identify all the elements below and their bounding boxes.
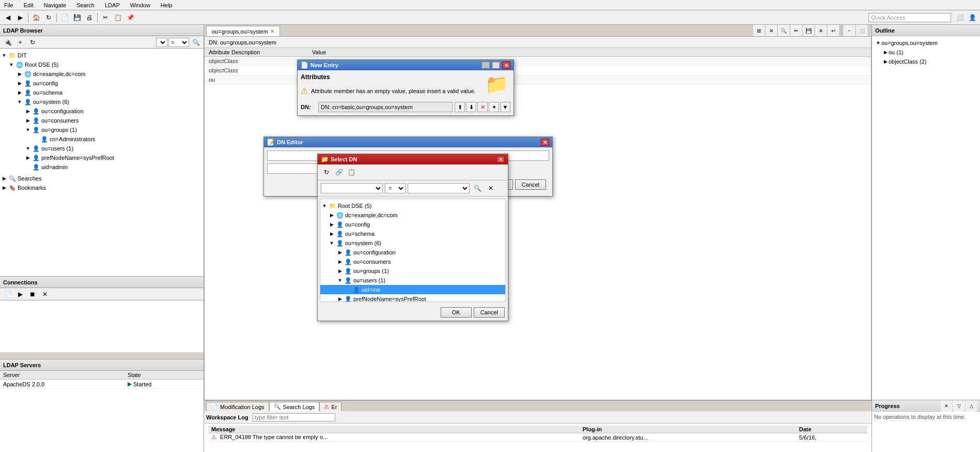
menu-ldap[interactable]: LDAP [103,1,122,9]
toolbar-paste[interactable]: 📌 [125,12,136,23]
rootdse-toggle[interactable]: ▼ [8,62,14,68]
log-tab-modification[interactable]: 📄 Modification Logs [206,402,269,411]
outline-item-objectclass[interactable]: ▶ objectClass (2) [874,57,978,66]
browser-btn-refresh[interactable]: ↻ [27,37,38,48]
connections-btn-run[interactable]: ▶ [14,289,26,300]
content-btn-3[interactable]: 🔍 [778,25,789,36]
tree-prefnode[interactable]: ▶ 👤 prefNodeName=sysPrefRoot [0,153,204,162]
search-button[interactable]: 🔍 [190,37,201,48]
toolbar-user[interactable]: 👤 [967,12,978,23]
toolbar-forward[interactable]: ▶ [14,12,26,23]
content-btn-2[interactable]: ✕ [766,25,777,36]
content-btn-7[interactable]: ↩ [828,25,839,36]
toolbar-copy[interactable]: 📋 [112,12,123,23]
attr-row-2[interactable]: objectClass [205,66,871,76]
tree-ou-groups[interactable]: ▼ 👤 ou=groups (1) [0,125,204,134]
progress-btn-2[interactable]: ▽ [953,400,965,412]
toolbar-home[interactable]: 🏠 [30,12,42,23]
outline-oc-toggle[interactable]: ▶ [882,58,889,65]
tree-ou-system[interactable]: ▼ 👤 ou=system (6) [0,97,204,107]
tab-close-btn[interactable]: ✕ [270,28,274,34]
ou-groups-icon: 👤 [32,126,40,134]
attr-name-3: ou [209,77,312,83]
ou-users-toggle[interactable]: ▼ [25,145,31,152]
tree-dit[interactable]: ▼ 📁 DIT [0,51,204,60]
cn-admin-toggle[interactable] [33,136,39,142]
mod-log-label: Modification Logs [220,404,265,410]
tree-uid-admin-label: uid=admin [41,164,68,170]
content-btn-8[interactable]: − [844,25,855,36]
outline-title: Outline [875,27,895,34]
ou-consumers-toggle[interactable]: ▶ [25,117,31,124]
log-row-1[interactable]: ⚠ ERR_04188 The type cannot be empty o..… [208,433,867,442]
tree-searches[interactable]: ▶ 🔍 Searches [0,174,204,183]
ou-system-toggle[interactable]: ▼ [17,99,23,105]
menu-search[interactable]: Search [74,1,97,9]
toolbar-new[interactable]: 📄 [59,12,70,23]
menu-file[interactable]: File [2,1,15,9]
menu-edit[interactable]: Edit [22,1,36,9]
toolbar-print[interactable]: 🖨 [84,12,95,23]
connections-btn-delete[interactable]: ✕ [39,289,51,300]
filter-combo[interactable] [156,38,167,47]
attr-table-header: Attribute Description Value [205,48,871,57]
outline-item-ou[interactable]: ▶ ou (1) [874,48,978,57]
log-filter-input[interactable] [253,413,335,421]
progress-btn-1[interactable]: ✕ [941,400,952,412]
tree-ou-users[interactable]: ▼ 👤 ou=users (1) [0,144,204,153]
attr-row-1[interactable]: objectClass [205,57,871,66]
menu-navigate[interactable]: Navigate [42,1,68,9]
outline-root-toggle[interactable]: ▼ [875,40,881,46]
tree-ou-config[interactable]: ▶ 👤 ou=config [0,79,204,88]
toolbar-save[interactable]: 💾 [71,12,83,23]
tree-ou-configuration[interactable]: ▶ 👤 ou=configuration [0,107,204,116]
tree-dc-example[interactable]: ▶ 🌐 dc=example,dc=com [0,69,204,79]
dc-example-toggle[interactable]: ▶ [17,71,23,77]
browser-btn-new[interactable]: + [14,37,26,48]
content-btn-9[interactable]: ⬜ [856,25,867,36]
content-btn-1[interactable]: ⊞ [753,25,765,36]
tree-bookmarks[interactable]: ▶ 🔖 Bookmarks [0,183,204,192]
outline-item-root[interactable]: ▼ ou=groups,ou=system [874,38,978,48]
browser-btn-connect[interactable]: 🔌 [2,37,13,48]
progress-btn-3[interactable]: △ [966,400,977,412]
tree-cn-administrators[interactable]: 👤 cn=Administrators [0,134,204,144]
tree-ou-schema[interactable]: ▶ 👤 ou=schema [0,88,204,97]
content-btn-5[interactable]: 💾 [803,25,814,36]
tree-ou-consumers[interactable]: ▶ 👤 ou=consumers [0,116,204,125]
toolbar-back[interactable]: ◀ [2,12,13,23]
content-btn-4[interactable]: ✏ [790,25,802,36]
searches-icon: 🔍 [8,174,17,183]
log-tab-errors[interactable]: ⚠ Er [319,402,341,411]
tree-uid-admin[interactable]: 👤 uid=admin [0,162,204,172]
log-col-plugin: Plug-in [580,426,796,433]
connections-btn-new[interactable]: 📄 [2,289,13,300]
ou-configuration-toggle[interactable]: ▶ [25,108,31,114]
searches-toggle[interactable]: ▶ [1,175,7,182]
prefnode-toggle[interactable]: ▶ [25,155,31,161]
menu-help[interactable]: Help [159,1,175,9]
tree-rootdse[interactable]: ▼ 🌐 Root DSE (5) [0,60,204,69]
bookmarks-toggle[interactable]: ▶ [1,185,7,191]
log-tab-search[interactable]: 🔍 Search Logs [269,402,320,411]
log-col-date: Date [796,426,867,433]
ou-groups-toggle[interactable]: ▼ [25,127,31,133]
outline-ou-toggle[interactable]: ▶ [882,49,889,55]
tab-ou-groups[interactable]: ou=groups,ou=system ✕ [206,26,280,36]
connections-btn-stop[interactable]: ⏹ [27,289,38,300]
content-btn-6[interactable]: ✕ [815,25,827,36]
menu-window[interactable]: Window [128,1,152,9]
toolbar-sep-1 [28,13,28,22]
menu-bar: File Edit Navigate Search LDAP Window He… [0,0,980,10]
toolbar-maximize[interactable]: ⬜ [954,12,966,23]
server-row-1[interactable]: ApacheDS 2.0.0 ▶ Started [0,380,204,389]
operator-combo[interactable]: = [168,38,189,47]
uid-admin-toggle[interactable] [25,164,31,170]
ou-schema-toggle[interactable]: ▶ [17,89,23,96]
ou-configuration-icon: 👤 [32,107,40,115]
toolbar-refresh[interactable]: ↻ [43,12,54,23]
ou-config-toggle[interactable]: ▶ [17,80,23,86]
dit-toggle[interactable]: ▼ [1,52,7,58]
toolbar-cut[interactable]: ✂ [100,12,111,23]
attr-row-3[interactable]: ou [205,76,871,85]
